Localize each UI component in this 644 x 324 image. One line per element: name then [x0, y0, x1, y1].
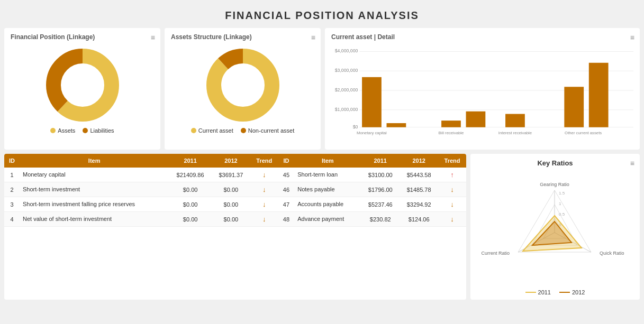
fp-donut-container: Assets Liabilities [11, 44, 154, 134]
as-donut-chart [201, 48, 285, 122]
radar-2011-label: 2011 [538, 289, 551, 295]
fp-legend: Assets Liabilities [50, 127, 114, 134]
th-id-left: ID [4, 154, 20, 168]
cell-2012-right: $124.06 [400, 212, 438, 227]
cell-2012-right: $1485.78 [400, 182, 438, 197]
ca-bar-chart: $4,000,000 $3,000,000 $2,000,000 $1,000,… [331, 45, 633, 137]
radar-2011-line [525, 292, 536, 293]
ca-bar-chart-area: $4,000,000 $3,000,000 $2,000,000 $1,000,… [331, 45, 633, 135]
fp-assets-dot [50, 128, 56, 133]
as-menu-icon[interactable]: ≡ [311, 33, 315, 42]
cell-trend-right: ↑ [438, 168, 466, 182]
svg-text:Other current assets: Other current assets [565, 131, 602, 135]
as-current-dot [191, 128, 196, 133]
trend-down-icon: ↓ [262, 186, 266, 193]
cell-2011-left: $0.00 [169, 182, 212, 197]
table-row: 2 Short-term investment $0.00 $0.00 ↓ 46… [4, 182, 466, 197]
bottom-row: ID Item 2011 2012 Trend ID Item 2011 201… [0, 154, 644, 304]
th-id-right: ID [278, 154, 295, 168]
cell-trend-left: ↓ [250, 168, 278, 182]
th-trend-right: Trend [438, 154, 466, 168]
cell-id-left: 1 [4, 168, 20, 182]
trend-down-icon: ↓ [450, 215, 454, 223]
key-ratios-menu-icon[interactable]: ≡ [630, 159, 634, 168]
as-card-title: Assets Structure (Linkage) [171, 33, 314, 41]
cell-item-right: Notes payable [294, 182, 361, 197]
assets-structure-card: Assets Structure (Linkage) ≡ Current ass… [165, 28, 321, 150]
trend-down-icon: ↓ [450, 200, 454, 208]
svg-text:1.5: 1.5 [559, 191, 565, 196]
key-ratios-card: ≡ Key Ratios 1.5 1 0.5 0 [470, 154, 640, 300]
fp-card-title: Financial Position (Linkage) [11, 33, 154, 41]
as-legend: Current asset Non-current asset [191, 127, 294, 134]
radar-legend-2012: 2012 [559, 289, 585, 295]
top-charts-row: Financial Position (Linkage) ≡ Assets Li… [0, 28, 644, 150]
cell-id-left: 3 [4, 197, 20, 212]
trend-down-icon: ↓ [262, 215, 266, 223]
bar-4 [466, 112, 486, 127]
as-legend-noncurrent: Non-current asset [241, 127, 294, 134]
table-row: 3 Short-term investment falling price re… [4, 197, 466, 212]
table-body: 1 Monetary capital $21409.86 $3691.37 ↓ … [4, 168, 466, 227]
cell-id-right: 48 [278, 212, 295, 227]
table-header: ID Item 2011 2012 Trend ID Item 2011 201… [4, 154, 466, 168]
cell-2012-left: $0.00 [212, 197, 250, 212]
trend-up-icon: ↑ [450, 171, 454, 179]
cell-item-left: Monetary capital [20, 168, 169, 182]
ca-menu-icon[interactable]: ≡ [630, 33, 634, 42]
cell-2012-left: $0.00 [212, 182, 250, 197]
bar-bill-receivable [441, 121, 461, 127]
data-table-section: ID Item 2011 2012 Trend ID Item 2011 201… [4, 154, 466, 300]
svg-text:$4,000,000: $4,000,000 [335, 48, 358, 53]
radar-legend-2011: 2011 [525, 289, 551, 295]
cell-trend-right: ↓ [438, 182, 466, 197]
trend-down-icon: ↓ [262, 171, 266, 179]
trend-down-icon: ↓ [262, 200, 266, 208]
radar-2012-label: 2012 [572, 289, 585, 295]
svg-text:Quick Ratio: Quick Ratio [600, 251, 624, 256]
svg-point-2 [214, 56, 272, 114]
as-noncurrent-dot [241, 128, 246, 133]
radar-legend: 2011 2012 [477, 289, 633, 295]
bar-other-current-2 [589, 63, 609, 127]
cell-item-right: Accounts payable [294, 197, 361, 212]
svg-text:Bill receivable: Bill receivable [439, 131, 464, 135]
table-row: 4 Net value of short-term investment $0.… [4, 212, 466, 227]
table-header-row: ID Item 2011 2012 Trend ID Item 2011 201… [4, 154, 466, 168]
th-item-right: Item [294, 154, 361, 168]
th-2011-left: 2011 [169, 154, 212, 168]
key-ratios-title: Key Ratios [477, 159, 633, 167]
data-table: ID Item 2011 2012 Trend ID Item 2011 201… [4, 154, 466, 227]
as-current-label: Current asset [198, 127, 233, 134]
svg-text:Current Ratio: Current Ratio [481, 251, 510, 256]
fp-menu-icon[interactable]: ≡ [151, 33, 155, 42]
cell-2012-left: $3691.37 [212, 168, 250, 182]
cell-id-left: 2 [4, 182, 20, 197]
bar-other-current-1 [564, 87, 584, 127]
th-2011-right: 2011 [361, 154, 400, 168]
radar-chart: 1.5 1 0.5 0 Gearing Ratio Quick Ratio Cu… [477, 169, 633, 285]
trend-down-icon: ↓ [450, 186, 454, 193]
svg-text:$0: $0 [353, 124, 358, 129]
cell-2011-right: $230.82 [361, 212, 400, 227]
svg-text:$3,000,000: $3,000,000 [335, 68, 358, 73]
fp-liabilities-label: Liabilities [90, 127, 114, 134]
fp-assets-label: Assets [58, 127, 75, 134]
th-2012-left: 2012 [212, 154, 250, 168]
as-noncurrent-label: Non-current asset [248, 127, 294, 134]
table-row: 1 Monetary capital $21409.86 $3691.37 ↓ … [4, 168, 466, 182]
cell-id-right: 45 [278, 168, 295, 182]
fp-legend-liabilities: Liabilities [83, 127, 114, 134]
ca-card-title: Current asset | Detail [331, 33, 633, 41]
bar-monetary-capital [362, 77, 382, 127]
cell-2012-right: $3294.92 [400, 197, 438, 212]
bar-2 [387, 123, 406, 127]
cell-2011-left: $0.00 [169, 197, 212, 212]
as-donut-container: Current asset Non-current asset [171, 44, 314, 134]
svg-text:0.5: 0.5 [559, 212, 565, 217]
cell-2012-right: $5443.58 [400, 168, 438, 182]
radar-2012-line [559, 292, 570, 293]
cell-item-left: Short-term investment [20, 182, 169, 197]
fp-legend-assets: Assets [50, 127, 75, 134]
cell-item-right: Advance payment [294, 212, 361, 227]
